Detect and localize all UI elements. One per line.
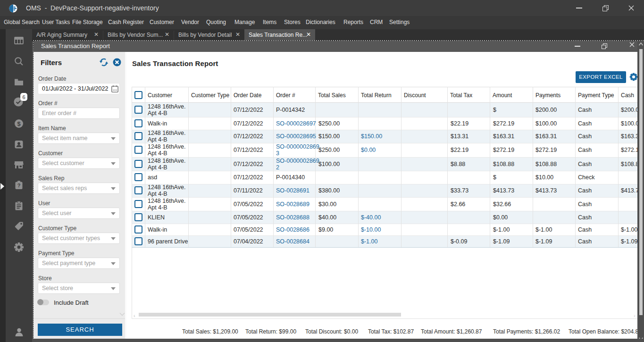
svg-text:$: $ — [17, 120, 21, 127]
svg-text:?: ? — [17, 183, 21, 188]
